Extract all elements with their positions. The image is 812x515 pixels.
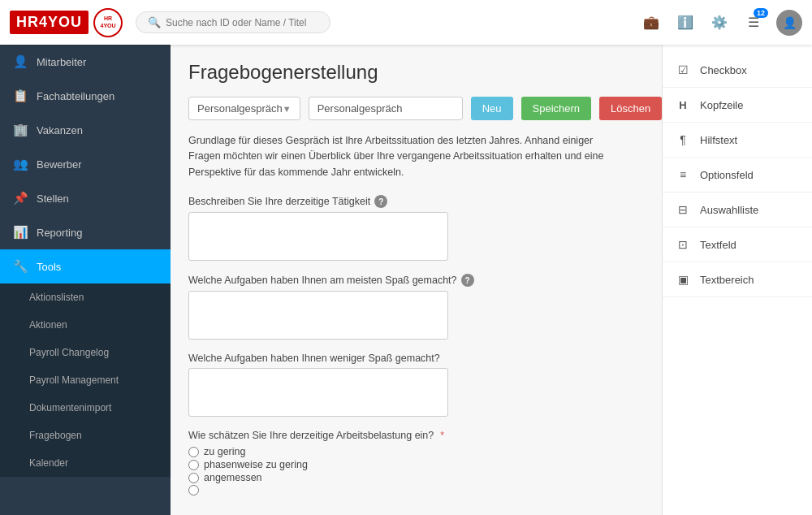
radio-label-phasenweise: phasenweise zu gering xyxy=(204,459,308,470)
help-icon-2[interactable]: ? xyxy=(461,274,474,287)
radio-item-3: angemessen xyxy=(188,472,646,483)
user-icon: 👤 xyxy=(13,54,28,69)
sidebar-label-vakanzen: Vakanzen xyxy=(37,124,83,136)
panel-item-hilfstext[interactable]: ¶ Hilfstext xyxy=(663,123,812,158)
header: HR4YOU HR4YOU 🔍 💼 ℹ️ ⚙️ ☰ 12 👤 xyxy=(0,0,812,45)
form-textarea-1[interactable] xyxy=(188,212,448,261)
panel-label-auswahlliste: Auswahlliste xyxy=(700,204,758,216)
form-textarea-2[interactable] xyxy=(188,291,448,340)
form-section-4: Wie schätzen Sie Ihre derzeitige Arbeits… xyxy=(188,430,646,496)
toolbar-row: Personalgespräch ▼ Neu Speichern Löschen xyxy=(188,97,646,120)
form-label-3: Welche Aufgaben haben Ihnen weniger Spaß… xyxy=(188,353,646,364)
briefcase-icon[interactable]: 💼 xyxy=(640,11,663,34)
form-section-3: Welche Aufgaben haben Ihnen weniger Spaß… xyxy=(188,353,646,417)
form-label-text-4: Wie schätzen Sie Ihre derzeitige Arbeits… xyxy=(188,430,434,441)
sidebar-label-reporting: Reporting xyxy=(37,227,82,239)
sidebar-item-dokumentenimport[interactable]: Dokumentenimport xyxy=(0,394,171,422)
form-textarea-3[interactable] xyxy=(188,368,448,417)
logo-text: HR4YOU xyxy=(10,11,89,34)
panel-label-checkbox: Checkbox xyxy=(700,64,747,76)
btn-loeschen[interactable]: Löschen xyxy=(599,97,662,120)
panel-label-textfeld: Textfeld xyxy=(700,239,736,251)
paragraph-icon: ¶ xyxy=(674,131,692,149)
sidebar-item-bewerber[interactable]: 👥 Bewerber xyxy=(0,147,171,181)
btn-speichern[interactable]: Speichern xyxy=(521,97,592,120)
panel-item-kopfzeile[interactable]: H Kopfzeile xyxy=(663,88,812,123)
radio-item-4 xyxy=(188,485,646,496)
panel-label-kopfzeile: Kopfzeile xyxy=(700,99,743,111)
radio-option-4[interactable] xyxy=(188,485,199,496)
search-input[interactable] xyxy=(166,17,318,28)
sidebar-item-stellen[interactable]: 📌 Stellen xyxy=(0,181,171,215)
avatar[interactable]: 👤 xyxy=(776,10,802,36)
stellen-icon: 📌 xyxy=(13,191,28,206)
panel-item-textbereich[interactable]: ▣ Textbereich xyxy=(663,262,812,297)
right-panel: ☑ Checkbox H Kopfzeile ¶ Hilfstext ≡ Opt… xyxy=(662,45,812,515)
form-label-4: Wie schätzen Sie Ihre derzeitige Arbeits… xyxy=(188,430,646,441)
sidebar-item-vakanzen[interactable]: 🏢 Vakanzen xyxy=(0,113,171,147)
sidebar: 👤 Mitarbeiter 📋 Fachabteilungen 🏢 Vakanz… xyxy=(0,45,171,515)
tools-icon: 🔧 xyxy=(13,259,28,274)
main-content: Fragebogenerstellung Personalgespräch ▼ … xyxy=(171,45,662,515)
search-icon: 🔍 xyxy=(148,16,161,28)
panel-item-optionsfeld[interactable]: ≡ Optionsfeld xyxy=(663,158,812,193)
sidebar-item-fachabteilungen[interactable]: 📋 Fachabteilungen xyxy=(0,79,171,113)
title-input[interactable] xyxy=(309,97,463,120)
layout: 👤 Mitarbeiter 📋 Fachabteilungen 🏢 Vakanz… xyxy=(0,45,812,515)
sidebar-item-aktionslisten[interactable]: Aktionslisten xyxy=(0,283,171,311)
sidebar-item-tools[interactable]: 🔧 Tools xyxy=(0,249,171,283)
dropdown-select[interactable]: Personalgespräch ▼ xyxy=(188,97,300,120)
info-icon[interactable]: ℹ️ xyxy=(674,11,697,34)
radio-group-4: zu gering phasenweise zu gering angemess… xyxy=(188,446,646,496)
sidebar-item-payroll-management[interactable]: Payroll Management xyxy=(0,366,171,394)
textarea-icon: ▣ xyxy=(674,270,692,288)
menu-icon[interactable]: ☰ 12 xyxy=(742,11,765,34)
radio-zu-gering[interactable] xyxy=(188,447,199,457)
vakanzen-icon: 🏢 xyxy=(13,123,28,137)
sidebar-item-fragebogen[interactable]: Fragebogen xyxy=(0,422,171,449)
panel-label-optionsfeld: Optionsfeld xyxy=(700,169,754,181)
logo-circle: HR4YOU xyxy=(93,8,123,37)
textfield-icon: ⊡ xyxy=(674,236,692,253)
sidebar-item-reporting[interactable]: 📊 Reporting xyxy=(0,215,171,249)
sidebar-item-kalender[interactable]: Kalender xyxy=(0,449,171,477)
sidebar-label-stellen: Stellen xyxy=(37,193,69,205)
panel-item-auswahlliste[interactable]: ⊟ Auswahlliste xyxy=(663,193,812,227)
panel-label-textbereich: Textbereich xyxy=(700,274,754,286)
options-icon: ≡ xyxy=(674,166,692,184)
sidebar-item-aktionen[interactable]: Aktionen xyxy=(0,311,171,339)
radio-item-2: phasenweise zu gering xyxy=(188,459,646,470)
radio-phasenweise[interactable] xyxy=(188,460,199,470)
bewerber-icon: 👥 xyxy=(13,157,28,171)
btn-neu[interactable]: Neu xyxy=(471,97,513,120)
panel-item-checkbox[interactable]: ☑ Checkbox xyxy=(663,53,812,88)
sidebar-label-tools: Tools xyxy=(37,261,61,273)
list-icon: ⊟ xyxy=(674,201,692,219)
chevron-down-icon: ▼ xyxy=(283,104,292,114)
form-label-1: Beschreiben Sie Ihre derzeitige Tätigkei… xyxy=(188,195,646,208)
dropdown-value: Personalgespräch xyxy=(197,102,283,115)
heading-icon: H xyxy=(674,96,692,114)
settings-icon[interactable]: ⚙️ xyxy=(708,11,731,34)
search-box[interactable]: 🔍 xyxy=(136,11,330,33)
sidebar-label-fachabteilungen: Fachabteilungen xyxy=(37,90,114,102)
help-icon-1[interactable]: ? xyxy=(374,195,387,208)
radio-angemessen[interactable] xyxy=(188,473,199,483)
sidebar-item-mitarbeiter[interactable]: 👤 Mitarbeiter xyxy=(0,45,171,79)
required-star: * xyxy=(440,430,444,441)
form-label-text-1: Beschreiben Sie Ihre derzeitige Tätigkei… xyxy=(188,196,370,207)
page-title: Fragebogenerstellung xyxy=(188,61,646,84)
sidebar-label-mitarbeiter: Mitarbeiter xyxy=(37,56,86,68)
sidebar-item-payroll-changelog[interactable]: Payroll Changelog xyxy=(0,339,171,366)
radio-label-angemessen: angemessen xyxy=(204,472,262,483)
sidebar-subnav: Aktionslisten Aktionen Payroll Changelog… xyxy=(0,283,171,477)
form-section-1: Beschreiben Sie Ihre derzeitige Tätigkei… xyxy=(188,195,646,261)
form-label-text-3: Welche Aufgaben haben Ihnen weniger Spaß… xyxy=(188,353,440,364)
dept-icon: 📋 xyxy=(13,89,28,103)
description-text: Grundlage für dieses Gespräch ist Ihre A… xyxy=(188,133,627,180)
form-label-2: Welche Aufgaben haben Ihnen am meisten S… xyxy=(188,274,646,287)
sidebar-label-bewerber: Bewerber xyxy=(37,158,82,171)
radio-label-zu-gering: zu gering xyxy=(204,446,245,457)
panel-item-textfeld[interactable]: ⊡ Textfeld xyxy=(663,227,812,262)
notification-badge: 12 xyxy=(754,8,768,18)
